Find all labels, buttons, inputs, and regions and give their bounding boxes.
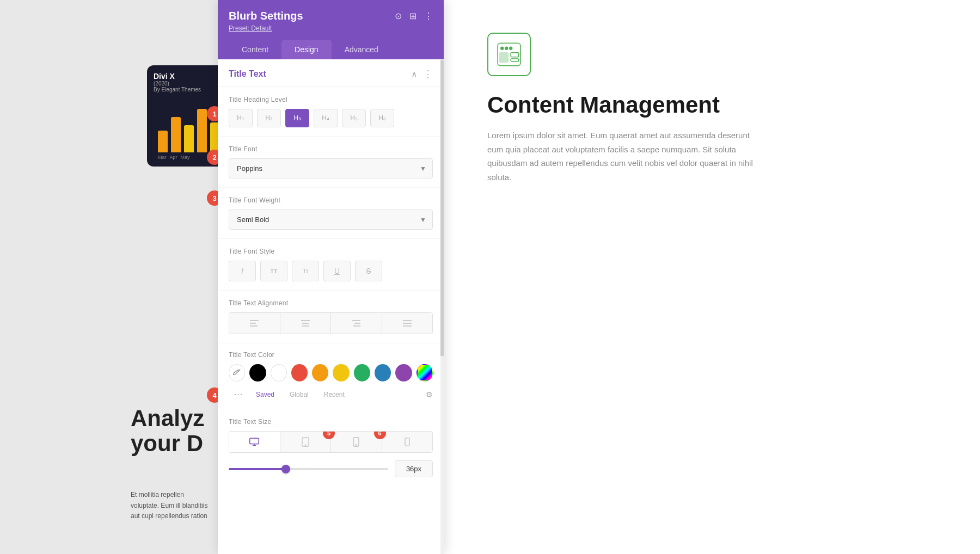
- mobile-device-btn[interactable]: 6: [331, 432, 382, 452]
- chart-bar-2: [171, 117, 181, 152]
- global-colors-tab[interactable]: Global: [282, 389, 316, 401]
- heading-h5-btn[interactable]: H₅: [342, 109, 366, 127]
- divi-card-year: (2020): [154, 81, 218, 87]
- font-weight-label: Title Font Weight: [229, 196, 433, 204]
- capitalize-btn[interactable]: Tt: [292, 261, 319, 281]
- align-right-btn[interactable]: [331, 313, 382, 334]
- left-body-text: Et mollitia repellen voluptate. Eum ill …: [131, 490, 212, 521]
- italic-btn[interactable]: I: [229, 261, 256, 281]
- divi-card-author: By Elegant Themes: [154, 87, 218, 93]
- saved-colors-tab[interactable]: Saved: [248, 389, 282, 401]
- align-buttons: [229, 312, 433, 334]
- svg-rect-3: [301, 320, 310, 321]
- step-badge-3: 3: [207, 190, 218, 206]
- align-justify-btn[interactable]: [382, 313, 433, 334]
- slider-track: [229, 468, 388, 470]
- more-icon[interactable]: ⋮: [424, 11, 433, 21]
- more-colors-btn[interactable]: ···: [229, 387, 248, 402]
- svg-rect-7: [354, 323, 360, 324]
- recent-colors-tab[interactable]: Recent: [316, 389, 352, 401]
- font-label: Title Font: [229, 145, 433, 153]
- color-purple[interactable]: [395, 364, 412, 381]
- font-weight-select-wrap: Semi Bold ▼: [229, 210, 433, 230]
- desktop-device-btn[interactable]: [229, 432, 280, 452]
- font-select-wrap: Poppins ▼: [229, 158, 433, 178]
- strikethrough-btn[interactable]: S: [355, 261, 382, 281]
- uppercase-btn[interactable]: TT: [260, 261, 287, 281]
- tab-design[interactable]: Design: [281, 40, 332, 59]
- size-label: Title Text Size: [229, 418, 433, 426]
- size-slider[interactable]: [229, 468, 388, 470]
- svg-point-14: [305, 445, 306, 446]
- color-orange[interactable]: [312, 364, 328, 381]
- svg-rect-0: [250, 320, 259, 321]
- font-weight-select[interactable]: Semi Bold: [229, 210, 433, 230]
- focus-icon[interactable]: ⊙: [395, 11, 402, 21]
- svg-rect-8: [353, 325, 360, 327]
- color-settings-icon[interactable]: ⚙: [426, 390, 433, 399]
- align-center-btn[interactable]: [280, 313, 332, 334]
- color-red[interactable]: [291, 364, 308, 381]
- heading-h6-btn[interactable]: H₆: [370, 109, 394, 127]
- panel-body: Title Text ∧ ⋮ Title Heading Level H₁ H₂…: [218, 59, 444, 554]
- svg-rect-24: [511, 59, 518, 61]
- panel-header-icons: ⊙ ⊞ ⋮: [395, 11, 433, 21]
- section-header-icons: ∧ ⋮: [411, 68, 433, 80]
- chart-label-may: May: [181, 155, 190, 160]
- preview-title: Content Management: [487, 93, 720, 118]
- underline-btn[interactable]: U: [323, 261, 351, 281]
- panel-header-top: Blurb Settings ⊙ ⊞ ⋮: [229, 10, 433, 22]
- svg-rect-23: [511, 53, 518, 57]
- svg-rect-12: [250, 438, 259, 444]
- section-header: Title Text ∧ ⋮: [218, 59, 444, 87]
- svg-rect-11: [403, 325, 412, 327]
- heading-h1-btn[interactable]: H₁: [229, 109, 253, 127]
- size-input[interactable]: [395, 460, 433, 477]
- svg-rect-17: [405, 438, 409, 446]
- chart-bar-4: [197, 109, 207, 152]
- slider-thumb[interactable]: [281, 465, 290, 473]
- svg-point-21: [510, 47, 512, 50]
- right-panel: Content Management Lorem ipsum dolor sit…: [444, 0, 980, 554]
- color-green[interactable]: [354, 364, 370, 381]
- svg-rect-6: [352, 320, 360, 321]
- tablet-device-btn[interactable]: 5: [280, 432, 332, 452]
- svg-point-16: [356, 445, 357, 446]
- color-label: Title Text Color: [229, 351, 433, 359]
- color-yellow[interactable]: [333, 364, 349, 381]
- color-section: Title Text Color ··· Saved Global Rec: [218, 343, 444, 410]
- style-buttons: I TT Tt U S: [229, 261, 433, 281]
- section-more-icon[interactable]: ⋮: [423, 68, 433, 80]
- panel-header: Blurb Settings ⊙ ⊞ ⋮ Preset: Default Con…: [218, 0, 444, 59]
- tab-content[interactable]: Content: [229, 40, 281, 59]
- alignment-group: Title Text Alignment: [218, 291, 444, 343]
- heading-h3-btn[interactable]: H₃: [285, 109, 309, 127]
- heading-h2-btn[interactable]: H₂: [257, 109, 281, 127]
- font-style-label: Title Font Style: [229, 248, 433, 255]
- layout-icon[interactable]: ⊞: [409, 11, 416, 21]
- eyedropper-btn[interactable]: [229, 364, 245, 381]
- tab-advanced[interactable]: Advanced: [332, 40, 391, 59]
- svg-rect-2: [250, 325, 258, 327]
- heading-h4-btn[interactable]: H₄: [314, 109, 338, 127]
- chart-bar-1: [158, 131, 168, 152]
- scrollbar[interactable]: [440, 59, 444, 554]
- preset-link[interactable]: Preset: Default: [229, 24, 272, 32]
- step-badge-1: 1: [207, 106, 218, 121]
- font-select[interactable]: Poppins: [229, 158, 433, 178]
- align-left-btn[interactable]: [229, 313, 280, 334]
- collapse-icon[interactable]: ∧: [411, 69, 418, 79]
- color-white[interactable]: [271, 364, 287, 381]
- small-mobile-device-btn[interactable]: [382, 432, 433, 452]
- color-black[interactable]: [249, 364, 266, 381]
- color-swatches-row: [229, 364, 433, 381]
- svg-rect-22: [499, 53, 508, 63]
- panel-title: Blurb Settings: [229, 10, 303, 22]
- section-title: Title Text: [229, 69, 266, 79]
- heading-level-label: Title Heading Level: [229, 96, 433, 103]
- color-blue[interactable]: [375, 364, 391, 381]
- analyze-heading: Analyz your D: [131, 406, 218, 456]
- color-custom[interactable]: [416, 364, 433, 381]
- tabs: Content Design Advanced: [229, 40, 433, 59]
- svg-rect-1: [250, 323, 256, 324]
